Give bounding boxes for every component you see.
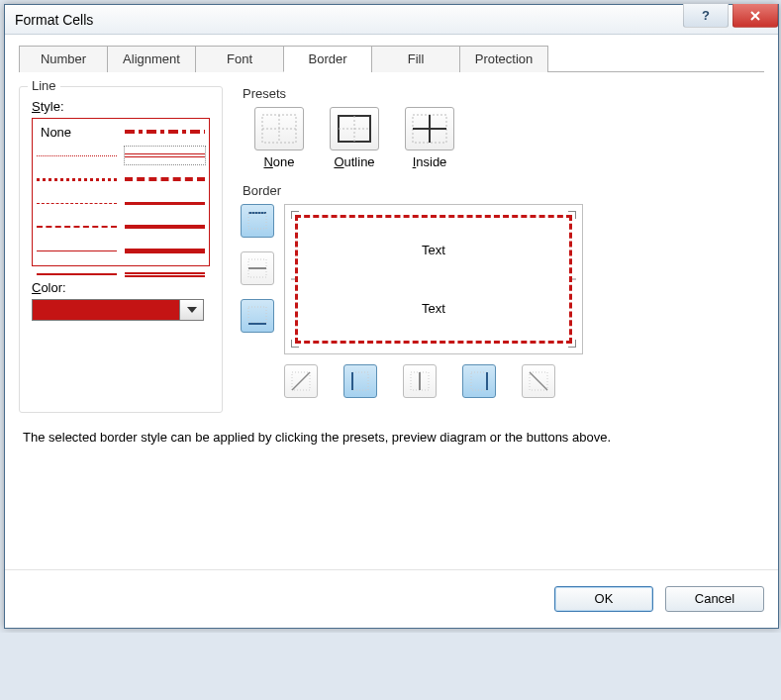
svg-text:?: ? — [702, 9, 710, 23]
line-style-6[interactable] — [37, 265, 117, 283]
line-group-label: Line — [28, 78, 60, 93]
preset-inside-icon — [405, 107, 454, 150]
preview-outline — [295, 215, 572, 344]
chevron-down-icon — [187, 307, 197, 313]
border-bottom-button[interactable] — [241, 299, 274, 333]
border-diag-down-button[interactable] — [522, 364, 555, 398]
presets-label: Presets — [243, 86, 764, 101]
line-style-4[interactable] — [37, 218, 117, 236]
close-icon — [748, 9, 762, 23]
tab-alignment[interactable]: Alignment — [107, 46, 196, 72]
line-style-grid: None — [32, 118, 210, 266]
svg-rect-22 — [471, 372, 487, 390]
line-style-5[interactable] — [37, 242, 117, 259]
border-middle-v-button[interactable] — [403, 364, 437, 398]
svg-rect-18 — [352, 372, 368, 390]
border-label: Border — [243, 183, 764, 198]
help-icon: ? — [699, 9, 713, 23]
preset-none-icon — [254, 107, 304, 150]
preset-outline[interactable]: Outline — [330, 107, 379, 169]
help-button[interactable]: ? — [683, 4, 729, 28]
border-diag-up-icon — [290, 370, 312, 392]
svg-line-17 — [292, 372, 310, 390]
format-cells-dialog: Format Cells ? Number Alignment Font Bor… — [4, 4, 779, 629]
border-right-icon — [468, 370, 490, 392]
border-middle-v-icon — [409, 370, 431, 392]
border-top-icon — [246, 210, 268, 232]
cancel-button[interactable]: Cancel — [665, 586, 764, 612]
preview-text-2: Text — [422, 301, 445, 316]
svg-rect-11 — [248, 213, 266, 229]
hint-text: The selected border style can be applied… — [23, 429, 716, 447]
preset-inside-label: Inside — [413, 154, 447, 169]
line-style-9[interactable] — [125, 170, 205, 188]
color-dropdown[interactable] — [180, 299, 204, 321]
tab-bar: Number Alignment Font Border Fill Protec… — [19, 45, 764, 72]
tab-font[interactable]: Font — [195, 46, 284, 72]
svg-rect-14 — [248, 307, 266, 323]
tab-protection[interactable]: Protection — [459, 46, 548, 72]
line-style-11[interactable] — [125, 218, 205, 236]
color-swatch[interactable] — [32, 299, 180, 321]
preset-none-label: None — [263, 154, 294, 169]
border-left-icon — [349, 370, 371, 392]
svg-line-25 — [530, 372, 547, 390]
border-right-button[interactable] — [462, 364, 496, 398]
border-diag-up-button[interactable] — [284, 364, 318, 398]
line-style-12[interactable] — [125, 242, 205, 259]
line-style-none[interactable]: None — [37, 123, 117, 141]
line-group: Line Style: None — [19, 86, 223, 413]
style-label: Style: — [32, 99, 210, 114]
close-button[interactable] — [732, 4, 778, 28]
line-style-3[interactable] — [37, 194, 117, 212]
border-left-button[interactable] — [343, 364, 377, 398]
preset-outline-icon — [330, 107, 379, 150]
line-style-8[interactable] — [125, 147, 205, 164]
preset-none[interactable]: None — [254, 107, 304, 169]
border-diag-down-icon — [528, 370, 549, 392]
line-style-13[interactable] — [125, 265, 205, 283]
border-top-button[interactable] — [241, 204, 274, 238]
border-middle-h-button[interactable] — [241, 251, 274, 285]
tab-number[interactable]: Number — [19, 46, 108, 72]
line-style-10[interactable] — [125, 194, 205, 212]
border-middle-h-icon — [246, 257, 268, 279]
line-style-1[interactable] — [37, 147, 117, 164]
preview-text-1: Text — [422, 243, 445, 257]
line-style-2[interactable] — [37, 170, 117, 188]
preset-outline-label: Outline — [334, 154, 374, 169]
tab-border[interactable]: Border — [283, 46, 372, 72]
line-style-7[interactable] — [125, 123, 205, 141]
tab-fill[interactable]: Fill — [371, 46, 460, 72]
border-preview[interactable]: Text Text — [284, 204, 583, 354]
preset-inside[interactable]: Inside — [405, 107, 454, 169]
titlebar: Format Cells ? — [5, 5, 778, 35]
border-bottom-icon — [246, 305, 268, 327]
ok-button[interactable]: OK — [554, 586, 653, 612]
window-title: Format Cells — [15, 12, 683, 28]
